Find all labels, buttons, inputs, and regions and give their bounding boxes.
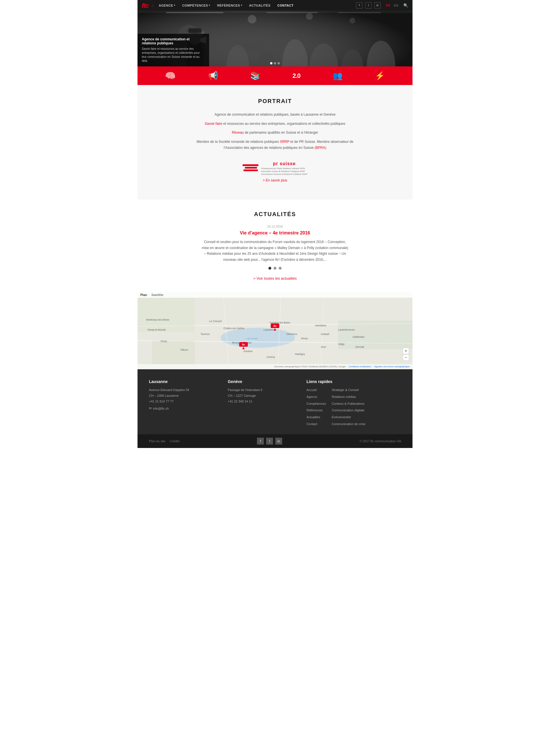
megaphone-icon[interactable]: 📢 (208, 71, 218, 80)
footer-link-agence[interactable]: Agence (307, 394, 326, 400)
hero-dot-2[interactable] (274, 62, 276, 64)
footer-bottom-links: Plan du site Crédits (149, 439, 180, 443)
footer-link-accueil[interactable]: Accueil (307, 387, 326, 393)
site-logo[interactable]: ftc (142, 1, 149, 10)
footer-lausanne-email[interactable]: ✉ info@ftc.ch (149, 406, 228, 410)
footer-lausanne-title: Lausanne (149, 379, 228, 384)
footer-link-digital[interactable]: Communication digitale (332, 408, 366, 413)
svg-text:Annecy: Annecy (266, 356, 275, 358)
books-icon[interactable]: 📚 (250, 71, 260, 80)
nav-actualites[interactable]: ACTUALITÉS (246, 0, 274, 11)
footer-credits-link[interactable]: Crédits (169, 439, 180, 443)
svg-point-17 (306, 13, 313, 20)
savoir-faire-link[interactable]: Savoir-faire (205, 122, 222, 126)
svg-text:Lauterbrunnen: Lauterbrunnen (338, 328, 355, 331)
map-conditions-link[interactable]: Conditions d'utilisation (349, 365, 371, 368)
map-tab-satellite[interactable]: Satellite (151, 293, 163, 297)
nav-contact[interactable]: CONTACT (274, 0, 297, 11)
svg-point-18 (350, 18, 355, 23)
home-icon[interactable]: ⌂ (151, 3, 154, 8)
brain-icon[interactable]: 🧠 (165, 71, 175, 81)
network-icon[interactable]: 👥 (333, 71, 343, 80)
actualites-section: ACTUALITÉS 23.12.2016 Vie d'agence – 4e … (137, 200, 413, 292)
lang-en[interactable]: EN (394, 4, 398, 7)
bpra-link[interactable]: BPRA (316, 146, 325, 150)
svg-text:Zermatt: Zermatt (355, 346, 364, 348)
facebook-icon[interactable]: f (356, 2, 362, 9)
portrait-title: PORTRAIT (143, 98, 407, 104)
portrait-line1: Agence de communication et relations pub… (196, 112, 354, 118)
footer-social: f t in (257, 438, 282, 445)
reseau-link[interactable]: Réseau (232, 131, 243, 135)
footer-plan-site-link[interactable]: Plan du site (149, 439, 165, 443)
footer-link-relations-medias[interactable]: Relations médias (332, 394, 366, 400)
actualites-title: ACTUALITÉS (143, 211, 407, 218)
svg-rect-31 (338, 321, 413, 349)
map-attribution: Données cartographiques ©2017 GeoBasis-D… (137, 364, 413, 369)
lightning-icon[interactable]: ⚡ (375, 71, 385, 80)
map-attribution-text: Données cartographiques ©2017 GeoBasis-D… (274, 365, 346, 368)
pr-suisse-subtitle: Schweizerischen Public Relations Verband… (261, 167, 308, 175)
footer-link-actualites[interactable]: Actualités (307, 414, 326, 420)
srrp-link[interactable]: SRRP (280, 140, 289, 144)
news-dot-1[interactable] (268, 267, 271, 270)
pr-suisse-text: pr suisse (261, 161, 308, 166)
nav-links: AGENCE COMPÉTENCES RÉFÉRENCES ACTUALITÉS… (155, 0, 356, 11)
version-20-icon[interactable]: 2.0 (293, 72, 301, 80)
footer-links-left: Accueil Agence Compétences Références Ac… (307, 387, 326, 427)
voir-actualites-link[interactable]: > Voir toutes les actualités (253, 276, 297, 281)
en-savoir-plus-link[interactable]: > En savoir plus (263, 178, 287, 182)
footer-links-inner: Accueil Agence Compétences Références Ac… (307, 387, 401, 427)
lang-fr[interactable]: FR (386, 4, 390, 7)
footer: Lausanne Avenue Edouard Dapples 54 CH – … (137, 369, 413, 434)
map-tab-plan[interactable]: Plan (140, 293, 147, 297)
footer-link-contact[interactable]: Contact (307, 421, 326, 427)
map-zoom-controls: + − (403, 348, 409, 361)
news-title: Vie d'agence – 4e trimestre 2016 (143, 230, 407, 236)
footer-facebook-icon[interactable]: f (257, 438, 264, 445)
svg-text:Montreux: Montreux (287, 333, 297, 335)
nav-references[interactable]: RÉFÉRENCES (214, 0, 246, 11)
zoom-out-button[interactable]: − (403, 354, 409, 361)
news-pagination (143, 267, 407, 270)
svg-text:Interlaken: Interlaken (315, 324, 327, 327)
portrait-line4: Membre de la Société romande de relation… (196, 139, 354, 151)
svg-text:Sion: Sion (321, 346, 326, 348)
footer-columns: Lausanne Avenue Edouard Dapples 54 CH – … (149, 379, 401, 427)
svg-text:Viège: Viège (338, 343, 345, 346)
svg-text:Montceau-les-Mines: Montceau-les-Mines (146, 318, 169, 321)
footer-link-references[interactable]: Références (307, 408, 326, 413)
svg-text:Tournus: Tournus (200, 333, 210, 335)
map-report-link[interactable]: Signaler une erreur cartographique (374, 365, 410, 368)
news-date: 23.12.2016 (143, 225, 407, 228)
svg-text:Mâcon: Mâcon (180, 348, 188, 351)
navbar: ftc ⌂ AGENCE COMPÉTENCES RÉFÉRENCES ACTU… (137, 0, 413, 11)
footer-link-strategie[interactable]: Stratégie & Conseil (332, 387, 366, 393)
svg-text:Lausanne: Lausanne (263, 328, 275, 331)
footer-geneve-address: Passage de l'Intendant 6 CH – 1227 Carou… (228, 387, 307, 404)
footer-link-competences[interactable]: Compétences (307, 401, 326, 407)
hero-dot-1[interactable] (270, 62, 272, 64)
svg-text:Cluny: Cluny (160, 340, 167, 343)
nav-competences[interactable]: COMPÉTENCES (179, 0, 214, 11)
svg-text:ftc: ftc (273, 325, 277, 327)
search-icon[interactable]: 🔍 (403, 3, 408, 8)
footer-link-evenementiel[interactable]: Evénementiel (332, 414, 366, 420)
svg-rect-20 (166, 12, 223, 13)
news-dot-2[interactable] (273, 267, 277, 270)
news-dot-3[interactable] (279, 267, 282, 270)
footer-link-crise[interactable]: Communication de crise (332, 421, 366, 427)
twitter-icon[interactable]: t (365, 2, 372, 9)
footer-twitter-icon[interactable]: t (266, 438, 273, 445)
zoom-in-button[interactable]: + (403, 348, 409, 354)
footer-linkedin-icon[interactable]: in (275, 438, 282, 445)
footer-link-contenu[interactable]: Contenu & Publications (332, 401, 366, 407)
hero-dot-3[interactable] (278, 62, 280, 64)
envelope-icon: ✉ (149, 406, 151, 410)
footer-liens-title: Liens rapides (307, 379, 401, 384)
nav-agence[interactable]: AGENCE (155, 0, 179, 11)
svg-point-24 (220, 328, 295, 348)
hero-description: Savoir-faire et ressources au service de… (142, 47, 205, 63)
map-tabs: Plan Satellite (137, 292, 413, 298)
linkedin-icon[interactable]: in (375, 2, 381, 9)
